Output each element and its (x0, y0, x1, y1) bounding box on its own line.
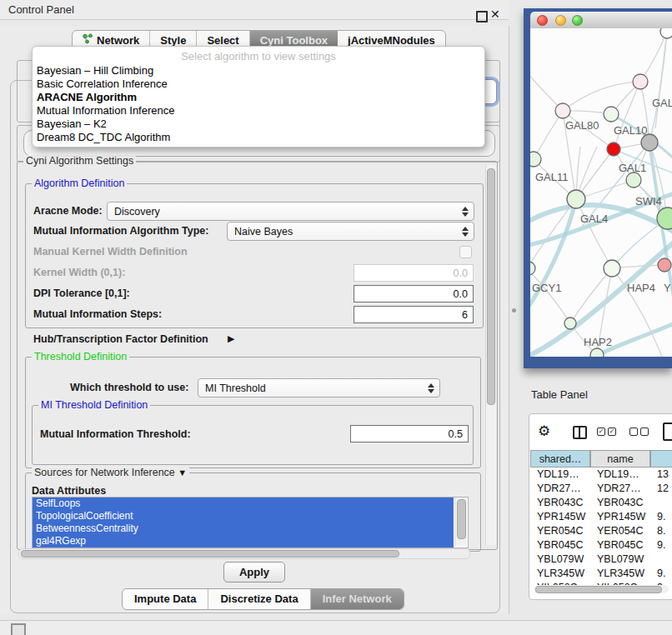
bottom-tab-impute-data[interactable]: Impute Data (123, 589, 208, 609)
apply-button[interactable]: Apply (223, 562, 285, 582)
dpi-tolerance-field[interactable]: 0.0 (354, 285, 474, 302)
which-threshold-select[interactable]: MI Threshold (198, 378, 440, 398)
network-window-titlebar[interactable] (530, 12, 672, 29)
table-row[interactable]: YER054CYER054C8. (530, 524, 672, 538)
algorithm-option-bayesian-hill-climbing[interactable]: Bayesian – Hill Climbing (33, 64, 484, 78)
dropdown-placeholder: Select algorithm to view settings (33, 49, 484, 64)
settings-scrollbar[interactable] (485, 165, 496, 545)
table-body[interactable]: YDL19…YDL19…13YDR27…YDR27…12YBR043CYBR04… (530, 468, 672, 588)
attributes-vscrollbar[interactable] (454, 498, 467, 546)
network-node[interactable] (626, 172, 641, 188)
table-cell: YER054C (590, 524, 644, 538)
cyni-bottom-tabs: Impute DataDiscretize DataInfer Network (122, 588, 404, 610)
stepper-icon (462, 227, 469, 237)
table-row[interactable]: YBR045CYBR045C9. (530, 538, 672, 552)
close-light[interactable] (537, 15, 548, 26)
dpi-tolerance-label: DPI Tolerance [0,1]: (33, 288, 130, 299)
algorithm-dropdown-popup: Select algorithm to view settings Bayesi… (32, 46, 485, 148)
mi-steps-field[interactable]: 6 (354, 306, 474, 323)
float-panel-icon[interactable] (476, 11, 488, 22)
network-edge[interactable] (640, 32, 667, 82)
checked-checkbox-icon[interactable]: ✓ (597, 428, 605, 436)
attribute-item-selfloops[interactable]: SelfLoops (33, 498, 454, 510)
manual-kernel-checkbox[interactable] (459, 246, 472, 258)
minimized-panel-icon[interactable] (11, 623, 26, 635)
unchecked-checkbox-icon[interactable] (640, 428, 649, 436)
table-cell: YDR27… (590, 482, 641, 496)
table-cell: YBR043C (590, 496, 644, 510)
network-edge[interactable] (649, 32, 667, 142)
data-attributes-list[interactable]: SelfLoopsTopologicalCoefficientBetweenne… (32, 497, 469, 548)
data-attributes-label: Data Attributes (32, 485, 106, 497)
table-cell: 9. (650, 567, 665, 581)
document-icon[interactable] (663, 422, 672, 441)
table-cell: YPR145W (590, 510, 645, 524)
table-row[interactable]: YPR145WYPR145W9. (530, 510, 672, 524)
mi-steps-label: Mutual Information Steps: (33, 308, 162, 320)
attribute-item-betweennesscentrality[interactable]: BetweennessCentrality (33, 522, 454, 535)
table-row[interactable]: YDR27…YDR27…12 (530, 482, 672, 496)
kernel-width-field[interactable]: 0.0 (354, 264, 474, 282)
network-edge[interactable] (576, 199, 612, 268)
table-cell: YDL19… (590, 468, 639, 482)
algorithm-option-dream8-dc-tdc-algorithm[interactable]: Dream8 DC_TDC Algorithm (33, 131, 484, 144)
network-node[interactable] (530, 262, 535, 275)
network-node[interactable] (604, 107, 619, 122)
minimize-light[interactable] (555, 15, 566, 26)
attributes-hscrollbar[interactable] (18, 548, 470, 559)
network-node[interactable] (604, 260, 620, 277)
table-cell: 9. (650, 510, 665, 524)
table-row[interactable]: YBL079WYBL079W (530, 552, 672, 567)
checked-checkbox-icon[interactable]: ✓ (608, 428, 616, 436)
close-icon[interactable]: ✕ (490, 8, 500, 21)
network-node[interactable] (633, 74, 648, 89)
table-row[interactable]: YLR345WYLR345W9. (530, 567, 672, 581)
algorithm-option-bayesian-k2[interactable]: Bayesian – K2 (33, 118, 484, 131)
which-threshold-value: MI Threshold (205, 382, 266, 394)
network-canvas[interactable]: GALGAL80GAL10GAL1GAL11SWI4GAL4GCY1HAP4YH… (530, 28, 672, 357)
network-node[interactable] (567, 190, 585, 208)
column-header-name[interactable]: name (590, 450, 650, 468)
table-cell: 13 (650, 468, 669, 482)
hub-definition-label: Hub/Transcription Factor Definition (33, 333, 208, 345)
split-divider-handle[interactable] (512, 308, 516, 312)
column-header-shared-[interactable]: shared… (530, 450, 590, 468)
network-node[interactable] (530, 152, 541, 167)
mi-type-label: Mutual Information Algorithm Type: (33, 225, 208, 237)
gear-icon[interactable]: ⚙ (538, 422, 550, 440)
split-column-icon[interactable] (573, 426, 587, 439)
attribute-item-topologicalcoefficient[interactable]: TopologicalCoefficient (33, 510, 454, 522)
table-row[interactable]: YBR043CYBR043C (530, 496, 672, 510)
bottom-tab-discretize-data[interactable]: Discretize Data (208, 589, 310, 609)
mi-threshold-group-title: MI Threshold Definition (38, 399, 150, 411)
algorithm-option-mutual-information-inference[interactable]: Mutual Information Inference (33, 104, 484, 118)
table-cell: YDL19… (530, 468, 579, 482)
network-node[interactable] (555, 103, 570, 118)
aracne-mode-select[interactable]: Discovery (107, 202, 474, 221)
table-row[interactable]: YDL19…YDL19…13 (530, 468, 672, 482)
expander-down-icon[interactable]: ▼ (178, 468, 187, 478)
network-node[interactable] (607, 142, 620, 156)
algorithm-option-basic-correlation-inference[interactable]: Basic Correlation Inference (33, 78, 484, 91)
bottom-tab-infer-network[interactable]: Infer Network (311, 589, 404, 609)
unchecked-checkbox-icon[interactable] (629, 428, 638, 436)
stepper-icon (462, 207, 469, 217)
network-node[interactable] (660, 28, 672, 38)
column-header-clipped[interactable] (650, 450, 672, 468)
mi-type-select[interactable]: Naive Bayes (227, 222, 474, 241)
table-hscrollbar[interactable] (534, 585, 669, 593)
network-edge[interactable] (534, 111, 563, 159)
network-edge[interactable] (563, 82, 640, 111)
zoom-light[interactable] (572, 15, 583, 26)
algorithm-option-aracne-algorithm[interactable]: ARACNE Algorithm (33, 91, 484, 104)
attribute-item-gal4rgexp[interactable]: gal4RGexp (33, 535, 454, 548)
expander-right-icon[interactable]: ▶ (228, 333, 234, 344)
network-node[interactable] (658, 258, 671, 272)
network-node[interactable] (590, 348, 604, 357)
network-node[interactable] (564, 318, 576, 329)
mi-threshold-field[interactable]: 0.5 (350, 425, 469, 442)
aracne-mode-label: Aracne Mode: (33, 205, 103, 217)
table-cell: YBL079W (590, 552, 644, 567)
network-node[interactable] (641, 134, 658, 151)
table-cell: 8. (650, 524, 665, 538)
